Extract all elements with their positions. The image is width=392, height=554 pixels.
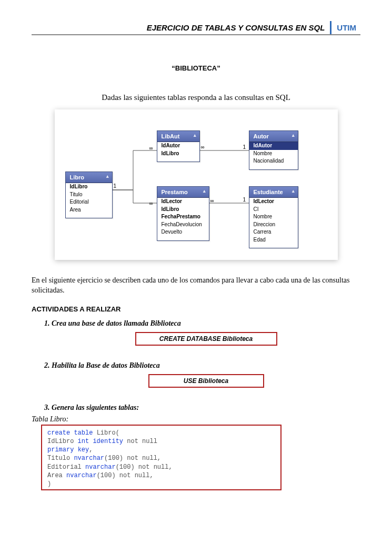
entity-estudiante-field: CI	[249, 206, 298, 214]
cardinality-one: 1	[243, 144, 246, 150]
entity-autor-field: IdAutor	[249, 142, 298, 150]
cardinality-one: 1	[114, 183, 117, 189]
entity-estudiante-title: Estudiante	[249, 187, 298, 198]
entity-prestamo-title: Prestamo	[157, 187, 209, 198]
entity-libro: Libro IdLibro Titulo Editorial Area	[65, 172, 113, 218]
entity-libaut-title: LibAut	[157, 131, 199, 142]
entity-libro-field: IdLibro	[66, 183, 112, 191]
entity-estudiante: Estudiante IdLector CI Nombre Direccion …	[249, 186, 298, 248]
activity-item-2: Habilita la Base de datos Biblioteca USE…	[52, 361, 360, 388]
exercise-description: En el siguiente ejercicio se describen c…	[32, 276, 360, 296]
page-header: EJERCICIO DE TABLAS Y CONSULTAS EN SQL U…	[32, 21, 360, 35]
entity-prestamo-field: IdLibro	[157, 206, 209, 214]
cardinality-many: ∞	[149, 200, 153, 206]
activity-1-text: Crea una base de datos llamada Bibliotec…	[52, 319, 181, 327]
document-title: “BIBLIOTECA”	[32, 64, 360, 72]
activity-3-text: Genera las siguientes tablas:	[52, 404, 139, 411]
entity-libro-title: Libro	[66, 172, 112, 183]
entity-prestamo-field: IdLector	[157, 198, 209, 206]
entity-estudiante-field: Carrera	[249, 228, 298, 236]
sql-box-use-db: USE Biblioteca	[148, 374, 264, 388]
entity-autor: Autor IdAutor Nombre Nacionalidad	[249, 130, 298, 170]
intro-text: Dadas las siguientes tablas responda a l…	[53, 93, 339, 102]
sql-code-libro: create table Libro( IdLibro int identity…	[41, 425, 282, 490]
er-diagram: Libro IdLibro Titulo Editorial Area LibA…	[55, 109, 338, 260]
entity-estudiante-field: IdLector	[249, 198, 298, 206]
entity-libaut-field: IdLibro	[157, 150, 199, 158]
entity-prestamo-field: FechaDevolucion	[157, 221, 209, 229]
cardinality-many: ∞	[210, 198, 214, 204]
sql-box-create-db: CREATE DATABASE Biblioteca	[135, 332, 277, 346]
entity-estudiante-field: Nombre	[249, 213, 298, 221]
header-title: EJERCICIO DE TABLAS Y CONSULTAS EN SQL	[147, 21, 330, 34]
entity-autor-title: Autor	[249, 131, 298, 142]
activity-item-3: Genera las siguientes tablas:	[52, 404, 360, 412]
entity-autor-field: Nombre	[249, 150, 298, 158]
entity-autor-field: Nacionalidad	[249, 157, 298, 165]
entity-libro-field: Editorial	[66, 198, 112, 206]
cardinality-many: ∞	[201, 144, 205, 150]
cardinality-one: 1	[243, 197, 246, 203]
entity-prestamo-field: Devuelto	[157, 228, 209, 236]
entity-libaut: LibAut IdAutor IdLibro	[157, 130, 200, 162]
activity-item-1: Crea una base de datos llamada Bibliotec…	[52, 319, 360, 346]
entity-libaut-field: IdAutor	[157, 142, 199, 150]
entity-estudiante-field: Edad	[249, 236, 298, 244]
cardinality-many: ∞	[149, 145, 153, 151]
entity-libro-field: Area	[66, 206, 112, 214]
header-badge: UTIM	[330, 21, 360, 34]
entity-libro-field: Titulo	[66, 191, 112, 199]
entity-estudiante-field: Direccion	[249, 221, 298, 229]
entity-prestamo-field: FechaPrestamo	[157, 213, 209, 221]
entity-prestamo: Prestamo IdLector IdLibro FechaPrestamo …	[157, 186, 209, 241]
activities-heading: ACTIVIDADES A REALIZAR	[32, 305, 360, 313]
tabla-libro-label: Tabla Libro:	[32, 415, 360, 424]
activity-2-text: Habilita la Base de datos Biblioteca	[52, 361, 160, 369]
